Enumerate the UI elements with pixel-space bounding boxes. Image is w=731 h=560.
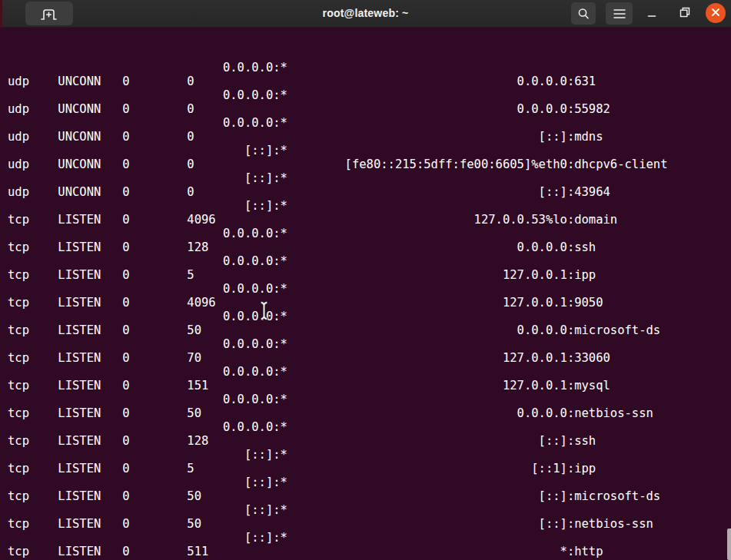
close-window-icon bbox=[711, 6, 720, 20]
terminal-screen[interactable]: 0.0.0.0:*udp UNCONN 0 0 0.0.0.0:631 0.0.… bbox=[0, 28, 731, 560]
terminal-socket-line: tcp LISTEN 0 50 0.0.0.0:microsoft-ds bbox=[8, 323, 731, 337]
scrollbar-thumb[interactable] bbox=[727, 529, 731, 560]
terminal-wrapped-peer-line: 0.0.0.0:* bbox=[8, 282, 731, 296]
terminal-wrapped-peer-line: [::]:* bbox=[8, 171, 731, 185]
restore-button[interactable] bbox=[676, 5, 694, 23]
terminal-socket-line: tcp LISTEN 0 128 [::]:ssh bbox=[8, 434, 731, 448]
terminal-socket-line: tcp LISTEN 0 70 127.0.0.1:33060 bbox=[8, 351, 731, 365]
minimize-icon bbox=[646, 6, 658, 22]
terminal-socket-line: tcp LISTEN 0 511 *:http bbox=[8, 545, 731, 558]
restore-window-icon bbox=[679, 6, 691, 22]
terminal-wrapped-peer-line: [::]:* bbox=[8, 448, 731, 462]
hamburger-menu-icon bbox=[613, 8, 626, 20]
close-button[interactable] bbox=[706, 3, 726, 23]
terminal-wrapped-peer-line: [::]:* bbox=[8, 144, 731, 157]
terminal-socket-line: tcp LISTEN 0 4096 127.0.0.53%lo:domain bbox=[8, 213, 731, 227]
terminal-wrapped-peer-line: 0.0.0.0:* bbox=[8, 365, 731, 379]
window-titlebar[interactable]: root@lateweb: ~ bbox=[0, 0, 731, 28]
terminal-wrapped-peer-line: 0.0.0.0:* bbox=[8, 420, 731, 434]
terminal-wrapped-peer-line: 0.0.0.0:* bbox=[8, 310, 731, 323]
terminal-socket-line: tcp LISTEN 0 128 0.0.0.0:ssh bbox=[8, 240, 731, 254]
terminal-wrapped-peer-line: [::]:* bbox=[8, 476, 731, 489]
terminal-wrapped-peer-line: [::]:* bbox=[8, 531, 731, 545]
minimize-button[interactable] bbox=[643, 5, 661, 23]
terminal-wrapped-peer-line: 0.0.0.0:* bbox=[8, 227, 731, 240]
terminal-wrapped-peer-line: [::]:* bbox=[8, 503, 731, 517]
terminal-socket-line: udp UNCONN 0 0 [fe80::215:5dff:fe00:6605… bbox=[8, 157, 731, 171]
terminal-socket-line: udp UNCONN 0 0 [::]:mdns bbox=[8, 130, 731, 144]
terminal-wrapped-peer-line: [::]:* bbox=[8, 199, 731, 213]
terminal-socket-line: tcp LISTEN 0 5 [::1]:ipp bbox=[8, 462, 731, 476]
search-button[interactable] bbox=[571, 2, 596, 25]
menu-button[interactable] bbox=[606, 2, 633, 25]
terminal-socket-line: udp UNCONN 0 0 0.0.0.0:55982 bbox=[8, 102, 731, 116]
terminal-wrapped-peer-line: 0.0.0.0:* bbox=[8, 337, 731, 351]
terminal-socket-line: tcp LISTEN 0 151 127.0.0.1:mysql bbox=[8, 379, 731, 393]
terminal-wrapped-peer-line: 0.0.0.0:* bbox=[8, 61, 731, 75]
terminal-wrapped-peer-line: 0.0.0.0:* bbox=[8, 393, 731, 406]
terminal-wrapped-peer-line: 0.0.0.0:* bbox=[8, 116, 731, 130]
terminal-socket-line: tcp LISTEN 0 50 [::]:netbios-ssn bbox=[8, 517, 731, 531]
terminal-socket-line: tcp LISTEN 0 50 [::]:microsoft-ds bbox=[8, 489, 731, 503]
terminal-socket-line: udp UNCONN 0 0 [::]:43964 bbox=[8, 185, 731, 199]
terminal-socket-line: tcp LISTEN 0 5 127.0.0.1:ipp bbox=[8, 268, 731, 282]
terminal-socket-line: tcp LISTEN 0 4096 127.0.0.1:9050 bbox=[8, 296, 731, 310]
terminal-socket-line: udp UNCONN 0 0 0.0.0.0:631 bbox=[8, 75, 731, 88]
terminal-socket-line: tcp LISTEN 0 50 0.0.0.0:netbios-ssn bbox=[8, 406, 731, 420]
search-icon bbox=[576, 7, 590, 21]
terminal-wrapped-peer-line: 0.0.0.0:* bbox=[8, 254, 731, 268]
terminal-wrapped-peer-line: 0.0.0.0:* bbox=[8, 88, 731, 102]
